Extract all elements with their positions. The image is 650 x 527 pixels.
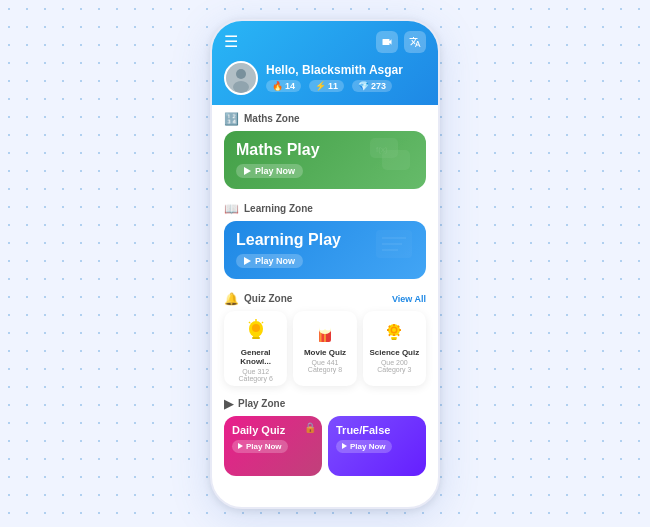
- header: ☰ Hello, Blacksmith Asgar: [212, 21, 438, 105]
- movie-quiz-title: Movie Quiz: [304, 348, 346, 357]
- phone-frame: ☰ Hello, Blacksmith Asgar: [210, 19, 440, 509]
- header-top: ☰: [224, 31, 426, 53]
- avatar: [224, 61, 258, 95]
- play-zone-cards: Daily Quiz 🔒 Play Now True/False Play No…: [224, 416, 426, 476]
- svg-rect-28: [393, 324, 395, 326]
- maths-zone-section: 🔢 Maths Zone Maths Play Play Now f(x): [212, 105, 438, 195]
- general-quiz-icon: [242, 317, 270, 345]
- general-quiz-title: General Knowl...: [228, 348, 283, 366]
- learning-zone-text: Learning Zone: [244, 203, 313, 214]
- play-zone-text: Play Zone: [238, 398, 285, 409]
- profile-info: Hello, Blacksmith Asgar 🔥 14 ⚡ 11 💎 273: [266, 63, 403, 92]
- svg-rect-29: [393, 334, 395, 336]
- learning-zone-section: 📖 Learning Zone Learning Play Play Now: [212, 195, 438, 285]
- svg-point-11: [252, 324, 260, 332]
- header-icons: [376, 31, 426, 53]
- svg-line-15: [249, 322, 250, 323]
- fire-value: 14: [285, 81, 295, 91]
- learning-play-card[interactable]: Learning Play Play Now: [224, 221, 426, 279]
- daily-quiz-play-label: Play Now: [246, 442, 282, 451]
- bolt-icon: ⚡: [315, 81, 326, 91]
- translate-icon-btn[interactable]: [404, 31, 426, 53]
- maths-icon: 🔢: [224, 112, 239, 126]
- maths-play-label: Play Now: [255, 166, 295, 176]
- science-quiz-icon: [380, 317, 408, 345]
- stats-row: 🔥 14 ⚡ 11 💎 273: [266, 80, 403, 92]
- svg-rect-13: [252, 337, 260, 339]
- greeting-text: Hello, Blacksmith Asgar: [266, 63, 403, 77]
- movie-quiz-icon: [311, 317, 339, 345]
- quiz-card-general[interactable]: General Knowl... Que 312 Category 6: [224, 311, 287, 386]
- svg-rect-19: [319, 332, 321, 342]
- fire-icon: 🔥: [272, 81, 283, 91]
- stat-fire: 🔥 14: [266, 80, 301, 92]
- view-all-button[interactable]: View All: [392, 294, 426, 304]
- science-quiz-title: Science Quiz: [369, 348, 419, 357]
- play-triangle-icon3: [238, 443, 243, 449]
- play-triangle-icon2: [244, 257, 251, 265]
- movie-quiz-sub: Que 441 Category 8: [297, 359, 352, 373]
- play-triangle-icon: [244, 167, 251, 175]
- maths-play-button[interactable]: Play Now: [236, 164, 303, 178]
- quiz-card-movie[interactable]: Movie Quiz Que 441 Category 8: [293, 311, 356, 386]
- play-zone-section: ▶ Play Zone Daily Quiz 🔒 Play Now True/F…: [212, 390, 438, 480]
- svg-point-24: [325, 325, 330, 330]
- maths-card-decoration: f(x): [368, 136, 416, 184]
- quiz-zone-header: 🔔 Quiz Zone View All: [224, 292, 426, 306]
- learning-icon: 📖: [224, 202, 239, 216]
- quiz-icon: 🔔: [224, 292, 239, 306]
- science-quiz-sub: Que 200 Category 3: [367, 359, 422, 373]
- play-zone-icon: ▶: [224, 397, 233, 411]
- quiz-zone-text: Quiz Zone: [244, 293, 292, 304]
- true-false-card[interactable]: True/False Play Now: [328, 416, 426, 476]
- profile-row: Hello, Blacksmith Asgar 🔥 14 ⚡ 11 💎 273: [224, 61, 426, 95]
- gem-icon: 💎: [358, 81, 369, 91]
- daily-quiz-play-button[interactable]: Play Now: [232, 440, 288, 453]
- play-triangle-icon4: [342, 443, 347, 449]
- stat-gem: 💎 273: [352, 80, 392, 92]
- bolt-value: 11: [328, 81, 338, 91]
- maths-play-card[interactable]: Maths Play Play Now f(x): [224, 131, 426, 189]
- svg-text:f(x): f(x): [376, 145, 388, 154]
- svg-rect-37: [392, 338, 397, 340]
- learning-zone-label: 📖 Learning Zone: [224, 202, 426, 216]
- learning-play-label: Play Now: [255, 256, 295, 266]
- svg-rect-30: [387, 329, 389, 331]
- svg-point-2: [233, 81, 249, 93]
- general-quiz-sub: Que 312 Category 6: [228, 368, 283, 382]
- daily-quiz-card[interactable]: Daily Quiz 🔒 Play Now: [224, 416, 322, 476]
- gem-value: 273: [371, 81, 386, 91]
- learning-card-decoration: [372, 228, 416, 272]
- true-false-play-label: Play Now: [350, 442, 386, 451]
- quiz-zone-label: 🔔 Quiz Zone: [224, 292, 292, 306]
- true-false-play-button[interactable]: Play Now: [336, 440, 392, 453]
- svg-rect-31: [399, 329, 401, 331]
- hamburger-menu[interactable]: ☰: [224, 32, 238, 51]
- camera-icon-btn[interactable]: [376, 31, 398, 53]
- maths-zone-label: 🔢 Maths Zone: [224, 112, 426, 126]
- maths-zone-text: Maths Zone: [244, 113, 300, 124]
- lock-icon: 🔒: [304, 422, 316, 433]
- daily-quiz-title: Daily Quiz: [232, 424, 314, 436]
- quiz-cards-row: General Knowl... Que 312 Category 6: [224, 311, 426, 386]
- true-false-title: True/False: [336, 424, 418, 436]
- play-zone-label: ▶ Play Zone: [224, 397, 426, 411]
- svg-point-27: [392, 328, 396, 332]
- svg-point-1: [236, 69, 246, 79]
- svg-line-16: [262, 322, 263, 323]
- quiz-zone-section: 🔔 Quiz Zone View All: [212, 285, 438, 390]
- quiz-card-science[interactable]: Science Quiz Que 200 Category 3: [363, 311, 426, 386]
- stat-bolt: ⚡ 11: [309, 80, 344, 92]
- learning-play-button[interactable]: Play Now: [236, 254, 303, 268]
